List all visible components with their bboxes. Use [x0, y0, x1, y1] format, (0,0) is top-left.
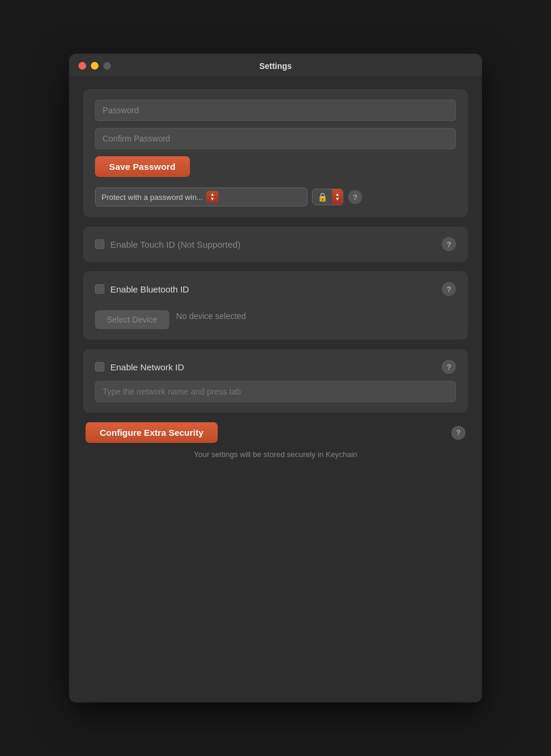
select-device-button[interactable]: Select Device [95, 310, 169, 329]
save-password-button[interactable]: Save Password [95, 156, 190, 177]
spinner-icon: ▲▼ [332, 189, 343, 205]
window-title: Settings [259, 61, 291, 71]
network-row: Enable Network ID ? [95, 360, 456, 374]
network-name-input[interactable] [95, 381, 456, 402]
touch-id-help-button[interactable]: ? [442, 237, 456, 251]
touch-id-checkbox[interactable] [95, 239, 104, 249]
touch-id-checkbox-row: Enable Touch ID (Not Supported) [95, 239, 241, 249]
password-input[interactable] [95, 100, 456, 121]
protect-dropdown[interactable]: Protect with a password win... ▲▼ [95, 188, 307, 206]
bluetooth-checkbox-row: Enable Bluetooth ID [95, 284, 189, 294]
titlebar: Settings [69, 54, 482, 77]
password-section: Save Password Protect with a password wi… [83, 89, 468, 217]
touch-id-row: Enable Touch ID (Not Supported) ? [95, 237, 456, 251]
traffic-lights [78, 62, 111, 70]
configure-extra-security-button[interactable]: Configure Extra Security [86, 422, 218, 443]
protect-spinner-icon: ▲▼ [206, 191, 218, 203]
lock-spinner-control[interactable]: 🔒 ▲▼ [312, 189, 343, 205]
network-checkbox[interactable] [95, 362, 104, 372]
bluetooth-row: Enable Bluetooth ID ? [95, 282, 456, 296]
keychain-text: Your settings will be stored securely in… [86, 450, 465, 459]
close-button[interactable] [78, 62, 86, 70]
touch-id-label: Enable Touch ID (Not Supported) [110, 239, 241, 249]
maximize-button[interactable] [103, 62, 111, 70]
chevron-updown-icon-2: ▲▼ [335, 192, 340, 202]
network-checkbox-row: Enable Network ID [95, 362, 184, 372]
extra-security-section: Configure Extra Security ? Your settings… [83, 422, 468, 459]
touch-id-section: Enable Touch ID (Not Supported) ? [83, 226, 468, 262]
protect-help-button[interactable]: ? [348, 190, 362, 204]
minimize-button[interactable] [91, 62, 99, 70]
network-section: Enable Network ID ? [83, 349, 468, 413]
bluetooth-section: Enable Bluetooth ID ? Select Device No d… [83, 271, 468, 340]
configure-help-button[interactable]: ? [451, 426, 465, 440]
network-label: Enable Network ID [110, 362, 184, 372]
confirm-password-input[interactable] [95, 128, 456, 149]
chevron-updown-icon: ▲▼ [210, 192, 215, 202]
network-help-button[interactable]: ? [442, 360, 456, 374]
device-row: Select Device No device selected [95, 303, 456, 329]
settings-window: Settings Save Password Protect with a pa… [69, 54, 482, 702]
bluetooth-help-button[interactable]: ? [442, 282, 456, 296]
bluetooth-checkbox[interactable] [95, 284, 104, 294]
protect-row: Protect with a password win... ▲▼ 🔒 ▲▼ ? [95, 188, 456, 206]
protect-label: Protect with a password win... [101, 193, 203, 202]
configure-row: Configure Extra Security ? [86, 422, 465, 443]
no-device-text: No device selected [176, 311, 246, 321]
content-area: Save Password Protect with a password wi… [69, 77, 482, 476]
bluetooth-label: Enable Bluetooth ID [110, 284, 189, 294]
lock-icon: 🔒 [313, 189, 332, 205]
